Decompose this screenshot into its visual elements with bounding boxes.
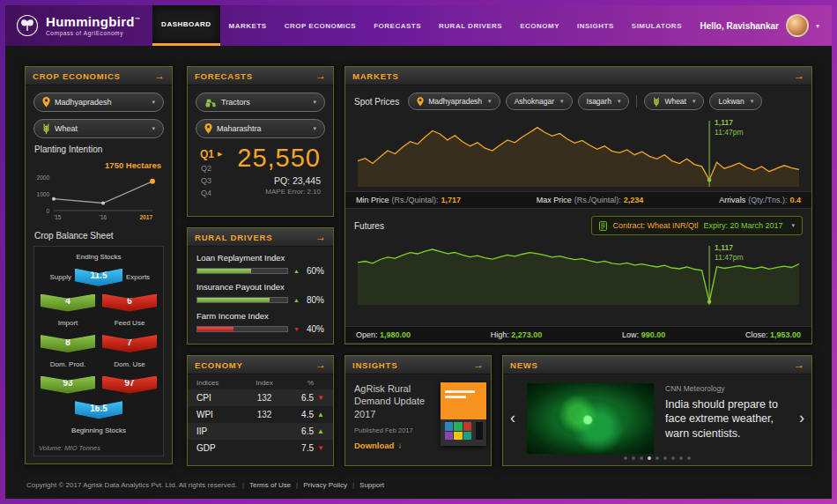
nav-item-rural-drivers[interactable]: RURAL DRIVERS bbox=[430, 5, 511, 46]
forecast-state-dropdown[interactable]: Maharashtra ▾ bbox=[196, 119, 325, 138]
panel-title: INSIGHTS bbox=[352, 360, 397, 370]
dashboard-app: Hummingbird™ Compass of AgriEconomy DASH… bbox=[5, 5, 832, 499]
svg-text:1000: 1000 bbox=[37, 191, 50, 197]
nav-item-simulators[interactable]: SIMULATORS bbox=[623, 5, 691, 46]
expand-arrow-icon[interactable]: → bbox=[794, 70, 804, 81]
market-state-dropdown[interactable]: Madhyapradesh ▾ bbox=[408, 93, 500, 110]
chevron-down-icon: ▾ bbox=[618, 98, 621, 105]
nav-item-economy[interactable]: ECONOMY bbox=[511, 5, 568, 46]
driver-progress-bar bbox=[196, 326, 288, 332]
driver-progress-bar bbox=[196, 297, 288, 303]
marker-time: 11:47pm bbox=[715, 128, 743, 137]
market-variety-dropdown[interactable]: Lokwan ▾ bbox=[709, 93, 762, 110]
panel-title: CROP ECONOMICS bbox=[33, 71, 121, 81]
dropdown-value: Tractors bbox=[221, 98, 250, 107]
nav-item-forecasts[interactable]: FORECASTS bbox=[365, 5, 430, 46]
trend-up-icon: ▲ bbox=[293, 297, 300, 303]
report-thumbnail[interactable] bbox=[441, 382, 486, 446]
tractor-icon bbox=[204, 98, 217, 107]
panel-insights: INSIGHTS → AgRisk Rural Demand Update 20… bbox=[344, 355, 492, 466]
nav-item-dashboard[interactable]: DASHBOARD bbox=[152, 5, 220, 46]
news-dot[interactable] bbox=[632, 456, 635, 460]
carousel-prev-icon[interactable]: ‹ bbox=[510, 410, 515, 426]
quarter-q4[interactable]: Q4 bbox=[200, 189, 222, 197]
crop-state-dropdown[interactable]: Madhyapradesh ▾ bbox=[33, 93, 164, 112]
panel-news: NEWS → ‹ CNN Meteorology India should pr… bbox=[502, 355, 812, 466]
user-menu[interactable]: Hello, Ravishankar ▾ bbox=[700, 5, 833, 46]
import-value: 8 bbox=[41, 335, 95, 352]
news-dot[interactable] bbox=[656, 456, 659, 460]
crop-balance-sheet: Ending Stocks Supply 11.5 Exports 4 6 Im… bbox=[33, 246, 164, 456]
contract-document-icon bbox=[599, 221, 607, 231]
economy-header: ECONOMY → bbox=[188, 356, 333, 374]
spot-stats-strip: Min Price(Rs./Quintal):1,717 Max Price(R… bbox=[345, 191, 811, 209]
nav-item-insights[interactable]: INSIGHTS bbox=[568, 5, 623, 46]
brand[interactable]: Hummingbird™ Compass of AgriEconomy bbox=[5, 5, 152, 46]
report-cover-spine bbox=[476, 422, 483, 440]
news-dot[interactable] bbox=[671, 456, 675, 460]
market-tehsil-dropdown[interactable]: Isagarh ▾ bbox=[578, 93, 630, 110]
quarter-q2[interactable]: Q2 bbox=[200, 164, 222, 173]
chevron-down-icon[interactable]: ▾ bbox=[816, 22, 819, 30]
quarter-q1[interactable]: Q1 ▶ bbox=[200, 148, 222, 160]
quarter-label: Q1 bbox=[200, 148, 214, 160]
market-district-dropdown[interactable]: Ashoknagar ▾ bbox=[506, 93, 573, 110]
chart-marker-label: 1,117 11:47pm bbox=[715, 118, 743, 137]
news-dot[interactable] bbox=[687, 456, 691, 460]
brand-trademark: ™ bbox=[135, 17, 140, 22]
terms-link[interactable]: Terms of Use bbox=[249, 481, 291, 489]
location-pin-icon bbox=[204, 123, 212, 134]
quarter-q3[interactable]: Q3 bbox=[200, 176, 222, 185]
forecast-equipment-dropdown[interactable]: Tractors ▾ bbox=[196, 93, 325, 112]
nav-item-crop-economics[interactable]: CROP ECONOMICS bbox=[276, 5, 366, 46]
arrivals-value: 0.4 bbox=[789, 196, 801, 204]
news-source: CNN Meteorology bbox=[665, 384, 789, 393]
expand-arrow-icon[interactable]: → bbox=[315, 232, 326, 242]
spot-prices-label: Spot Prices bbox=[354, 97, 399, 107]
contract-label: Contract: Wheat INR/Qtl bbox=[612, 221, 698, 230]
news-dot[interactable] bbox=[648, 456, 651, 460]
panel-economy: ECONOMY → Indices Index % CPI 132 6.5 ▼ … bbox=[187, 355, 334, 466]
privacy-link[interactable]: Privacy Policy bbox=[303, 481, 347, 489]
expand-arrow-icon[interactable]: → bbox=[154, 70, 165, 81]
expand-arrow-icon[interactable]: → bbox=[794, 359, 804, 370]
crop-commodity-dropdown[interactable]: Wheat ▾ bbox=[33, 119, 164, 138]
market-commodity-dropdown[interactable]: Wheat ▾ bbox=[644, 93, 704, 110]
wheat-icon bbox=[42, 123, 50, 134]
brand-logo-icon bbox=[16, 14, 39, 37]
nav-item-markets[interactable]: MARKETS bbox=[220, 5, 276, 46]
index-value: 132 bbox=[242, 393, 286, 403]
panel-markets: MARKETS → Spot Prices Madhyapradesh ▾ As… bbox=[344, 66, 812, 345]
news-headline[interactable]: India should prepare to face extreme wea… bbox=[665, 397, 789, 441]
expand-arrow-icon[interactable]: → bbox=[315, 70, 326, 81]
dropdown-value: Ashoknagar bbox=[515, 97, 554, 106]
planting-value: 1750 Hectares bbox=[36, 160, 161, 170]
news-dot[interactable] bbox=[640, 456, 643, 460]
news-dot[interactable] bbox=[663, 456, 667, 460]
download-link[interactable]: Download ↓ bbox=[354, 441, 432, 450]
table-row: GDP 7.5 ▼ bbox=[188, 440, 333, 456]
panel-rural-drivers: RURAL DRIVERS → Loan Replayment Index ▲ … bbox=[187, 227, 334, 345]
support-link[interactable]: Support bbox=[359, 481, 384, 489]
app-frame: Hummingbird™ Compass of AgriEconomy DASH… bbox=[0, 0, 837, 504]
dom-prod-value: 93 bbox=[41, 376, 95, 394]
brand-subtitle: Compass of AgriEconomy bbox=[46, 30, 140, 36]
news-dot[interactable] bbox=[624, 456, 627, 460]
dropdown-value: Isagarh bbox=[587, 97, 611, 106]
crop-balance-label: Crop Balance Sheet bbox=[34, 231, 163, 241]
news-dot[interactable] bbox=[679, 456, 683, 460]
markets-header: MARKETS → bbox=[345, 67, 811, 85]
contract-dropdown[interactable]: Contract: Wheat INR/Qtl Expiry: 20 March… bbox=[591, 216, 803, 235]
carousel-next-icon[interactable]: › bbox=[799, 410, 804, 426]
marker-time: 11:47pm bbox=[715, 253, 743, 262]
user-avatar[interactable] bbox=[786, 14, 809, 37]
table-row: CPI 132 6.5 ▼ bbox=[188, 389, 333, 406]
stat-label: Min Price bbox=[356, 196, 389, 204]
expand-arrow-icon[interactable]: → bbox=[473, 359, 484, 370]
forecast-value: 25,550 bbox=[229, 145, 321, 171]
expand-arrow-icon[interactable]: → bbox=[315, 359, 326, 370]
index-pct: 7.5 bbox=[286, 443, 314, 453]
carousel-dots bbox=[503, 448, 811, 463]
trend-down-icon: ▼ bbox=[314, 444, 324, 452]
chevron-down-icon: ▾ bbox=[313, 125, 316, 132]
